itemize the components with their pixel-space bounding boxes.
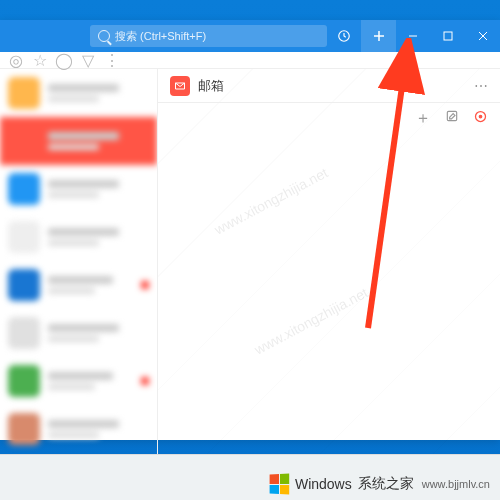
watermark: www.xitongzhijia.net (212, 164, 331, 237)
main-panel: 邮箱 ⋯ ＋ www.xitongzhijia.net www.xitongzh… (158, 69, 500, 500)
main-toolbar: ＋ (158, 103, 500, 133)
toolbar-icon-1[interactable]: ◎ (8, 52, 24, 68)
search-icon (98, 30, 110, 42)
more-button[interactable]: ⋯ (474, 78, 488, 94)
page-title: 邮箱 (198, 77, 466, 95)
list-item[interactable] (0, 213, 157, 261)
toolbar-icon-2[interactable]: ☆ (32, 52, 48, 68)
add-button[interactable]: ＋ (415, 108, 431, 129)
list-item[interactable] (0, 117, 157, 165)
svg-rect-1 (444, 32, 452, 40)
search-input[interactable]: 搜索 (Ctrl+Shift+F) (90, 25, 327, 47)
compose-button[interactable] (445, 109, 459, 127)
windows-logo-icon (270, 474, 290, 495)
toolbar: ◎ ☆ ◯ ▽ ⋮ (0, 52, 500, 69)
new-tab-button[interactable] (361, 20, 396, 52)
list-item[interactable] (0, 309, 157, 357)
footer-brand: Windows 系统之家 www.bjjmlv.cn (269, 474, 490, 494)
toolbar-icon-5[interactable]: ⋮ (104, 52, 120, 68)
titlebar: 搜索 (Ctrl+Shift+F) (0, 20, 500, 52)
history-button[interactable] (327, 20, 362, 52)
list-item[interactable] (0, 165, 157, 213)
brand-text: Windows (295, 476, 352, 492)
close-button[interactable] (465, 20, 500, 52)
toolbar-icon-4[interactable]: ▽ (80, 52, 96, 68)
list-item[interactable] (0, 261, 157, 309)
toolbar-icon-3[interactable]: ◯ (56, 52, 72, 68)
svg-point-4 (479, 115, 482, 118)
app-window: 搜索 (Ctrl+Shift+F) ◎ ☆ ◯ ▽ ⋮ (0, 20, 500, 440)
sidebar (0, 69, 158, 500)
list-item[interactable] (0, 69, 157, 117)
list-item[interactable] (0, 405, 157, 453)
minimize-button[interactable] (396, 20, 431, 52)
svg-rect-2 (447, 111, 456, 120)
search-placeholder: 搜索 (Ctrl+Shift+F) (115, 29, 206, 44)
list-item[interactable] (0, 357, 157, 405)
brand-subtext: 系统之家 (358, 475, 414, 493)
brand-url: www.bjjmlv.cn (422, 478, 490, 490)
settings-button[interactable] (473, 109, 488, 128)
main-body: www.xitongzhijia.net www.xitongzhijia.ne… (158, 133, 500, 500)
main-header: 邮箱 ⋯ (158, 69, 500, 103)
watermark: www.xitongzhijia.net (252, 284, 371, 357)
mail-icon (170, 76, 190, 96)
maximize-button[interactable] (431, 20, 466, 52)
